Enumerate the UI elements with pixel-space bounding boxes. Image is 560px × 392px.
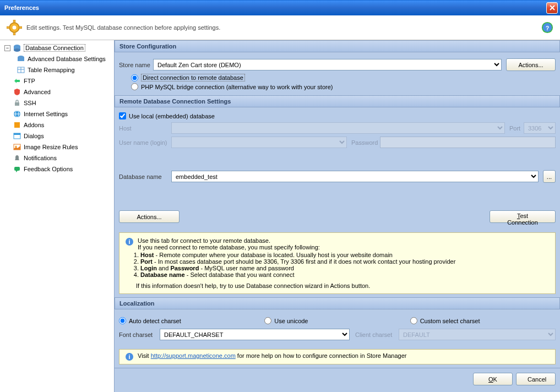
window-icon — [13, 132, 21, 140]
font-charset-select[interactable]: DEFAULT_CHARSET — [160, 329, 350, 340]
sidebar-item-table-remapping[interactable]: Table Remapping — [0, 64, 114, 75]
sidebar-item-label: Notifications — [24, 155, 57, 161]
host-input — [171, 122, 505, 134]
port-input: 3306 — [524, 122, 556, 134]
sidebar-item-dialogs[interactable]: Dialogs — [0, 130, 114, 141]
gear-icon — [7, 20, 22, 35]
store-name-label: Store name — [119, 62, 153, 68]
svg-rect-4 — [7, 26, 9, 29]
sidebar-item-label: Internet Settings — [24, 111, 68, 117]
close-icon — [550, 5, 555, 10]
radio-direct-label: Direct connection to remote database — [141, 74, 245, 81]
client-charset-label: Client charset — [355, 331, 396, 338]
sidebar-item-ftp[interactable]: FTP — [0, 75, 114, 86]
svg-rect-3 — [13, 32, 15, 35]
dbname-label: Database name — [119, 173, 171, 180]
store-actions-button[interactable]: Actions... — [506, 58, 556, 71]
radio-unicode[interactable] — [264, 317, 271, 324]
test-connection-button[interactable]: Test Connection — [490, 210, 556, 223]
titlebar: Preferences — [0, 0, 560, 15]
password-input — [380, 137, 556, 148]
svg-rect-21 — [14, 122, 20, 128]
svg-rect-13 — [18, 57, 24, 61]
content-panel: Store Configuration Store name Default Z… — [115, 40, 560, 392]
database-icon — [17, 55, 25, 63]
sidebar-item-label: Advanced Database Settings — [28, 56, 106, 62]
window-title: Preferences — [4, 4, 39, 11]
user-input — [171, 137, 347, 148]
shield-icon — [13, 88, 21, 96]
sidebar-item-label: Table Remapping — [28, 67, 75, 73]
table-icon — [17, 66, 25, 74]
lock-icon — [13, 99, 21, 107]
svg-text:?: ? — [546, 25, 549, 31]
svg-text:i: i — [128, 353, 130, 360]
sidebar: − Database Connection Advanced Database … — [0, 40, 115, 392]
svg-rect-17 — [15, 102, 19, 106]
button-bar: OK Cancel — [115, 368, 560, 390]
sidebar-item-label: Addons — [24, 122, 44, 128]
help-link-box: i Visit http://support.magneticone.com f… — [119, 349, 556, 364]
sidebar-item-label: Image Resize Rules — [24, 144, 78, 150]
tree-collapse-icon[interactable]: − — [4, 45, 10, 51]
radio-direct-connection[interactable] — [131, 74, 138, 81]
sidebar-item-label: SSH — [24, 100, 36, 106]
section-remote-db: Remote Database Connection Settings — [115, 95, 560, 107]
sidebar-item-addons[interactable]: Addons — [0, 119, 114, 130]
header-band: Edit settings. Test MySQL database conne… — [0, 15, 560, 40]
sidebar-item-label: Database Connection — [24, 44, 85, 52]
sidebar-item-internet[interactable]: Internet Settings — [0, 108, 114, 119]
ok-button[interactable]: OK — [473, 373, 513, 385]
puzzle-icon — [13, 121, 21, 129]
svg-point-11 — [14, 48, 20, 52]
font-charset-label: Font charset — [119, 331, 157, 338]
sidebar-item-notifications[interactable]: Notifications — [0, 153, 114, 164]
svg-point-1 — [13, 26, 17, 30]
dbname-select[interactable]: embedded_test — [171, 171, 539, 182]
radio-custom-charset[interactable] — [410, 317, 417, 324]
svg-rect-5 — [19, 26, 22, 29]
cancel-button[interactable]: Cancel — [516, 373, 556, 385]
bell-icon — [13, 154, 21, 162]
dbname-browse-button[interactable]: ... — [543, 170, 556, 183]
feedback-icon — [13, 165, 21, 173]
sidebar-item-label: Dialogs — [24, 133, 44, 139]
help-icon[interactable]: ? — [541, 21, 553, 34]
radio-auto-charset[interactable] — [119, 317, 126, 324]
use-local-label: Use local (embedded) database — [129, 113, 215, 119]
sidebar-item-ssh[interactable]: SSH — [0, 97, 114, 108]
sidebar-item-label: FTP — [24, 78, 35, 84]
header-text: Edit settings. Test MySQL database conne… — [26, 24, 220, 31]
client-charset-select: DEFAULT — [399, 329, 556, 340]
radio-bridge-label: PHP MySQL bridge connection (alternative… — [141, 84, 333, 90]
info-icon: i — [125, 237, 134, 246]
store-name-select[interactable]: Default Zen Cart store (DEMO) — [153, 59, 502, 70]
ftp-icon — [13, 77, 21, 85]
close-button[interactable] — [546, 2, 558, 14]
section-localization: Localization — [115, 297, 560, 309]
password-label: Password — [351, 139, 380, 146]
svg-rect-23 — [14, 133, 20, 135]
database-icon — [13, 43, 21, 52]
db-actions-button[interactable]: Actions... — [119, 210, 180, 223]
sidebar-item-label: Advanced — [24, 89, 51, 95]
sidebar-item-database-connection[interactable]: − Database Connection — [0, 42, 114, 53]
section-store-config: Store Configuration — [115, 40, 560, 52]
svg-text:i: i — [128, 238, 130, 245]
svg-rect-26 — [14, 167, 20, 171]
sidebar-item-label: Feedback Options — [24, 166, 73, 172]
image-icon — [13, 143, 21, 151]
info-box: i Use this tab for connect to your remot… — [119, 232, 556, 294]
globe-icon — [13, 110, 21, 118]
user-label: User name (login) — [119, 139, 171, 146]
sidebar-item-advanced-database[interactable]: Advanced Database Settings — [0, 53, 114, 64]
radio-php-bridge[interactable] — [131, 83, 138, 90]
info-icon: i — [125, 352, 134, 361]
host-label: Host — [119, 125, 171, 132]
sidebar-item-feedback[interactable]: Feedback Options — [0, 164, 114, 175]
svg-rect-2 — [13, 20, 15, 23]
support-link[interactable]: http://support.magneticone.com — [151, 352, 236, 359]
sidebar-item-image-resize[interactable]: Image Resize Rules — [0, 141, 114, 153]
sidebar-item-advanced[interactable]: Advanced — [0, 86, 114, 97]
use-local-checkbox[interactable] — [119, 112, 126, 119]
